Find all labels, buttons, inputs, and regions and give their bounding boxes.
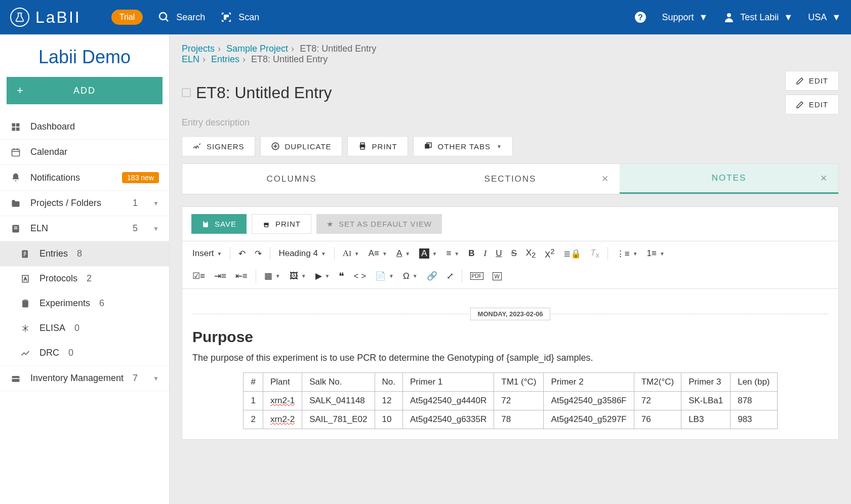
sidebar-subitem-elisa[interactable]: ELISA 0 [0, 316, 169, 341]
table-header-cell: Primer 1 [403, 372, 494, 391]
font-family-dropdown[interactable]: A≡▼ [364, 245, 391, 262]
breadcrumb-link[interactable]: Projects [182, 44, 215, 54]
clear-format-button[interactable]: Tx [586, 245, 603, 262]
item-count: 2 [87, 273, 92, 284]
link-button[interactable]: 🔗 [423, 268, 441, 284]
sidebar-subitem-entries[interactable]: Entries 8 [0, 241, 169, 266]
tab-notes[interactable]: NOTES✕ [620, 164, 838, 194]
sidebar-item-projects[interactable]: Projects / Folders 1 ▼ [0, 191, 169, 216]
subscript-button[interactable]: X2 [522, 245, 540, 262]
pagebreak-button[interactable]: ⤢ [442, 268, 458, 284]
word-button[interactable]: W [489, 269, 506, 283]
symbol-dropdown[interactable]: Ω▼ [399, 268, 422, 284]
svg-line-2 [166, 19, 168, 21]
table-cell: 878 [731, 391, 777, 410]
lock-format-button[interactable]: ≣🔒 [559, 245, 585, 262]
italic-button[interactable]: I [480, 245, 491, 262]
sidebar-item-label: ELISA [39, 323, 65, 333]
table-cell: LB3 [681, 410, 731, 429]
chart-icon [20, 348, 30, 358]
redo-button[interactable]: ↷ [251, 245, 266, 262]
sidebar-subitem-experiments[interactable]: Experiments 6 [0, 291, 169, 316]
region-dropdown[interactable]: USA ▼ [808, 12, 841, 23]
sidebar-subitem-drc[interactable]: DRC 0 [0, 341, 169, 365]
table-cell: At5g42540_g6335R [403, 410, 494, 429]
plus-icon: + [17, 84, 24, 97]
indent-button[interactable]: ⇥≡ [210, 268, 230, 284]
save-icon [201, 220, 210, 228]
breadcrumb-link[interactable]: Sample Project [226, 44, 288, 54]
font-color-dropdown[interactable]: A▼ [392, 245, 414, 262]
close-icon[interactable]: ✕ [820, 173, 828, 184]
bold-button[interactable]: B [464, 245, 478, 262]
search-action[interactable]: Search [158, 11, 205, 23]
add-button[interactable]: + ADD [7, 77, 163, 104]
image-dropdown[interactable]: 🖼▼ [286, 268, 310, 284]
edit-title-button[interactable]: EDIT [785, 71, 839, 91]
tab-sections[interactable]: SECTIONS✕ [401, 164, 620, 194]
user-dropdown[interactable]: Test Labii ▼ [723, 11, 793, 23]
breadcrumb-current: ET8: Untitled Entry [300, 44, 376, 54]
bullet-list-dropdown[interactable]: ⋮≡▼ [612, 245, 642, 262]
table-header-cell: # [244, 372, 263, 391]
insert-dropdown[interactable]: Insert▼ [188, 245, 226, 262]
sidebar-item-label: Inventory Management [30, 373, 124, 384]
table-dropdown[interactable]: ▦▼ [260, 268, 285, 284]
outdent-button[interactable]: ⇤≡ [231, 268, 252, 284]
superscript-button[interactable]: X2 [541, 244, 558, 263]
support-dropdown[interactable]: Support ▼ [662, 12, 708, 23]
breadcrumb-link[interactable]: Entries [211, 54, 239, 64]
other-tabs-button[interactable]: OTHER TABS ▼ [413, 136, 513, 156]
tabs-icon [424, 142, 433, 151]
template-icon: 📄 [375, 271, 386, 281]
trial-badge[interactable]: Trial [111, 10, 143, 25]
breadcrumb-link[interactable]: ELN [182, 54, 199, 64]
svg-rect-12 [16, 127, 20, 131]
heading-dropdown[interactable]: Heading 4▼ [274, 245, 330, 262]
signers-button[interactable]: SIGNERS [182, 136, 255, 156]
tabs: COLUMNS SECTIONS✕ NOTES✕ [182, 163, 839, 194]
align-icon: ≡ [446, 248, 451, 259]
elisa-icon [20, 323, 30, 333]
sidebar-item-calendar[interactable]: Calendar [0, 140, 169, 165]
print-editor-button[interactable]: PRINT [252, 214, 311, 234]
save-button[interactable]: SAVE [191, 214, 247, 234]
org-title[interactable]: Labii Demo [0, 34, 169, 77]
strikethrough-button[interactable]: S [507, 245, 521, 262]
tab-columns[interactable]: COLUMNS [182, 164, 401, 194]
code-button[interactable]: < > [349, 268, 370, 284]
sidebar-item-eln[interactable]: ELN 5 ▼ [0, 216, 169, 241]
template-dropdown[interactable]: 📄▼ [371, 268, 398, 284]
font-size-dropdown[interactable]: AI▼ [339, 245, 363, 262]
sidebar-item-inventory[interactable]: Inventory Management 7 ▼ [0, 365, 169, 391]
underline-button[interactable]: U [492, 245, 506, 262]
video-dropdown[interactable]: ▶▼ [311, 268, 334, 284]
pdf-button[interactable]: PDF [466, 269, 488, 283]
content-heading: Purpose [192, 328, 828, 346]
sidebar-item-dashboard[interactable]: Dashboard [0, 114, 169, 140]
svg-rect-36 [12, 378, 20, 379]
number-list-dropdown[interactable]: 1≡▼ [643, 245, 669, 262]
editor-content[interactable]: MONDAY, 2023-02-06 Purpose The purpose o… [182, 289, 838, 439]
outdent-icon: ⇤≡ [235, 271, 248, 281]
edit-desc-button[interactable]: EDIT [785, 95, 839, 114]
align-dropdown[interactable]: ≡▼ [442, 245, 463, 262]
undo-button[interactable]: ↶ [234, 245, 250, 262]
duplicate-button[interactable]: DUPLICATE [260, 136, 342, 156]
quote-button[interactable]: ❝ [335, 267, 348, 285]
sidebar-subitem-protocols[interactable]: A Protocols 2 [0, 266, 169, 291]
scan-action[interactable]: Scan [220, 11, 259, 23]
redo-icon: ↷ [255, 248, 262, 259]
checklist-button[interactable]: ☑≡ [188, 268, 209, 284]
sidebar-item-label: DRC [39, 348, 59, 358]
entry-checkbox[interactable] [182, 88, 191, 97]
editor-toolbar: Insert▼ ↶ ↷ Heading 4▼ AI▼ A≡▼ A▼ A▼ ≡▼ … [182, 241, 838, 289]
close-icon[interactable]: ✕ [601, 174, 610, 184]
print-button[interactable]: PRINT [347, 136, 408, 156]
highlight-dropdown[interactable]: A▼ [415, 245, 441, 262]
logo[interactable]: LaBII [10, 8, 81, 27]
search-icon [158, 11, 170, 23]
entry-title: ET8: Untitled Entry [182, 83, 332, 102]
sidebar-item-notifications[interactable]: Notifications 183 new [0, 165, 169, 191]
help-button[interactable]: ? [634, 11, 646, 23]
